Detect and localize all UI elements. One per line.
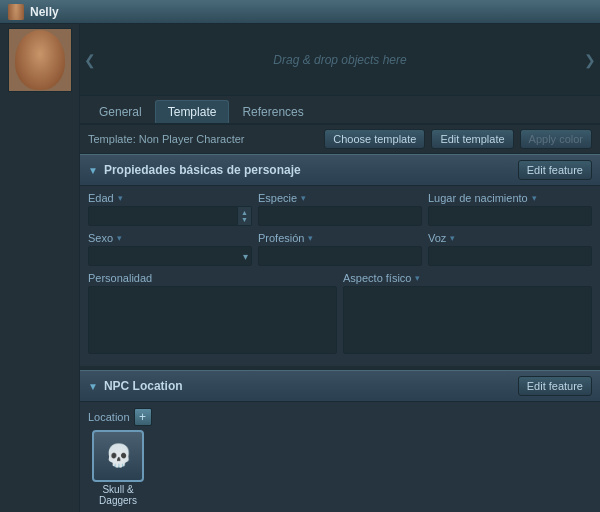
tab-bar: General Template References (80, 96, 600, 125)
chevron-voz: ▾ (450, 233, 455, 243)
section-chevron-icon: ▼ (88, 165, 98, 176)
location-item-label: Skull & Daggers (88, 484, 148, 506)
template-label: Template: Non Player Character (88, 133, 318, 145)
input-especie[interactable] (258, 206, 422, 226)
field-especie: Especie ▾ (258, 192, 422, 226)
apply-color-button[interactable]: Apply color (520, 129, 592, 149)
basic-props-form: Edad ▾ ▲ ▼ Especie (80, 186, 600, 366)
window-title: Nelly (30, 5, 59, 19)
input-voz[interactable] (428, 246, 592, 266)
textarea-personalidad[interactable] (88, 286, 337, 354)
label-voz: Voz (428, 232, 446, 244)
form-row-2: Sexo ▾ Male Female (88, 232, 592, 266)
template-info-bar: Template: Non Player Character Choose te… (80, 125, 600, 154)
edit-feature-button-npc[interactable]: Edit feature (518, 376, 592, 396)
npc-location-area: Location + 💀 Skull & Daggers (80, 402, 600, 512)
field-aspecto-fisico: Aspecto físico ▾ (343, 272, 592, 354)
field-profesion: Profesión ▾ (258, 232, 422, 266)
character-avatar (8, 28, 72, 92)
chevron-lugar-nacimiento: ▾ (532, 193, 537, 203)
label-lugar-nacimiento: Lugar de nacimiento (428, 192, 528, 204)
title-bar: Nelly (0, 0, 600, 24)
left-panel (0, 24, 80, 512)
spin-edad[interactable]: ▲ ▼ (238, 206, 252, 226)
location-add-button[interactable]: + (134, 408, 152, 426)
npc-location-title: NPC Location (104, 379, 518, 393)
basic-props-section-header: ▼ Propiedades básicas de personaje Edit … (80, 154, 600, 186)
label-aspecto-fisico: Aspecto físico (343, 272, 411, 284)
right-panel: ❮ Drag & drop objects here ❯ General Tem… (80, 24, 600, 512)
input-edad[interactable] (88, 206, 238, 226)
drag-drop-area: ❮ Drag & drop objects here ❯ (80, 24, 600, 96)
chevron-profesion: ▾ (308, 233, 313, 243)
location-item-skull-daggers[interactable]: 💀 Skull & Daggers (88, 430, 148, 506)
textarea-aspecto-fisico[interactable] (343, 286, 592, 354)
field-voz: Voz ▾ (428, 232, 592, 266)
edit-template-button[interactable]: Edit template (431, 129, 513, 149)
input-lugar-nacimiento[interactable] (428, 206, 592, 226)
main-container: ❮ Drag & drop objects here ❯ General Tem… (0, 24, 600, 512)
arrow-right-button[interactable]: ❯ (580, 24, 600, 95)
form-row-1: Edad ▾ ▲ ▼ Especie (88, 192, 592, 226)
tab-template[interactable]: Template (155, 100, 230, 123)
basic-props-title: Propiedades básicas de personaje (104, 163, 518, 177)
npc-location-section-header: ▼ NPC Location Edit feature (80, 370, 600, 402)
chevron-aspecto-fisico: ▾ (415, 273, 420, 283)
input-profesion[interactable] (258, 246, 422, 266)
select-sexo[interactable]: Male Female (88, 246, 252, 266)
label-sexo: Sexo (88, 232, 113, 244)
field-edad: Edad ▾ ▲ ▼ (88, 192, 252, 226)
chevron-edad: ▾ (118, 193, 123, 203)
label-profesion: Profesión (258, 232, 304, 244)
location-label: Location (88, 411, 130, 423)
label-edad: Edad (88, 192, 114, 204)
tab-general[interactable]: General (86, 100, 155, 123)
arrow-left-button[interactable]: ❮ (80, 24, 100, 95)
field-lugar-nacimiento: Lugar de nacimiento ▾ (428, 192, 592, 226)
chevron-especie: ▾ (301, 193, 306, 203)
choose-template-button[interactable]: Choose template (324, 129, 425, 149)
field-personalidad: Personalidad (88, 272, 337, 354)
chevron-sexo: ▾ (117, 233, 122, 243)
form-row-3: Personalidad Aspecto físico ▾ (88, 272, 592, 354)
drag-drop-label: Drag & drop objects here (100, 53, 580, 67)
location-label-row: Location + (88, 408, 592, 426)
field-sexo: Sexo ▾ Male Female (88, 232, 252, 266)
npc-section-chevron-icon: ▼ (88, 381, 98, 392)
location-icon-box: 💀 (92, 430, 144, 482)
edit-feature-button-basic[interactable]: Edit feature (518, 160, 592, 180)
location-icon: 💀 (105, 443, 132, 469)
label-personalidad: Personalidad (88, 272, 152, 284)
avatar (8, 4, 24, 20)
tab-references[interactable]: References (229, 100, 316, 123)
label-especie: Especie (258, 192, 297, 204)
content-scroll[interactable]: ▼ Propiedades básicas de personaje Edit … (80, 154, 600, 512)
